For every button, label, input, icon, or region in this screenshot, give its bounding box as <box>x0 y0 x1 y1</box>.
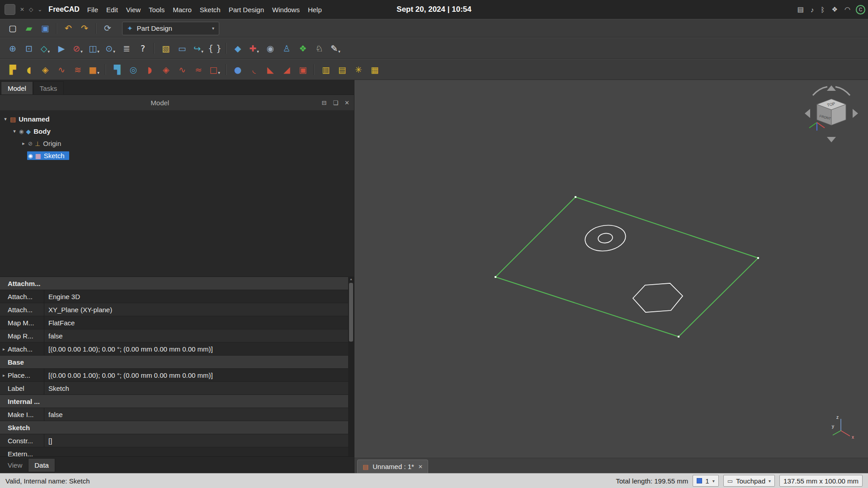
zoom-tools-icon[interactable]: ⊙ ▾ <box>102 41 118 56</box>
linear-pattern-icon[interactable]: ▤ <box>334 62 350 77</box>
menu-item[interactable]: Macro <box>169 6 196 14</box>
tab-tasks[interactable]: Tasks <box>33 81 64 94</box>
property-row[interactable]: Internal ... <box>0 395 348 408</box>
sketch-circle[interactable] <box>584 223 627 253</box>
property-row[interactable]: Attach... XY_Plane (XY-plane) <box>0 303 348 316</box>
sketch-vertices[interactable] <box>495 196 759 338</box>
polar-pattern-icon[interactable]: ✳ <box>350 62 367 77</box>
shape-binder-icon[interactable]: ◉ <box>262 41 278 56</box>
pocket-icon[interactable]: ▜ <box>109 62 125 77</box>
float-icon[interactable]: ❏ <box>333 99 338 106</box>
tab-model[interactable]: Model <box>1 81 33 94</box>
person-icon[interactable]: ♙ <box>278 41 295 56</box>
layer-selector[interactable]: 1 ▾ <box>693 475 718 487</box>
dock-icon[interactable]: ⊟ <box>322 99 327 106</box>
sketch-plane-outline[interactable] <box>495 197 758 337</box>
revolution-icon[interactable]: ◖ <box>21 62 37 77</box>
expander-icon[interactable]: ▾ <box>2 116 9 122</box>
property-value[interactable]: [(0.00 0.00 1.00); 0.00 °; (0.00 mm 0.00… <box>44 369 348 381</box>
nav-right-arrow[interactable] <box>853 109 858 118</box>
mirrored-icon[interactable]: ▥ <box>318 62 334 77</box>
property-row[interactable]: Extern... <box>0 447 348 456</box>
property-value[interactable]: false <box>44 329 348 342</box>
nav-rotate-right-icon[interactable] <box>835 87 850 95</box>
menu-item[interactable]: Part Design <box>225 6 268 14</box>
expander-icon[interactable]: ▸ <box>20 141 27 146</box>
workbench-selector[interactable]: ✦ Part Design ▾ <box>122 22 219 35</box>
nav-left-arrow[interactable] <box>805 109 810 118</box>
property-row[interactable]: Attach... Engine 3D <box>0 290 348 303</box>
nav-up-arrow[interactable] <box>827 85 836 91</box>
thickness-icon[interactable]: ▣ <box>295 62 311 77</box>
additive-loft-icon[interactable]: ◈ <box>37 62 53 77</box>
create-part-icon[interactable]: ▧ <box>158 41 174 56</box>
property-row[interactable]: Attachm... <box>0 277 348 290</box>
create-body-icon[interactable]: ◆ <box>230 41 246 56</box>
tab-view[interactable]: View <box>2 459 28 472</box>
fit-selection-icon[interactable]: ⊡ <box>21 41 37 56</box>
sketch-hexagon[interactable] <box>633 283 683 312</box>
axonometric-view-icon[interactable]: ◇ ▾ <box>37 41 53 56</box>
close-icon[interactable]: ✕ <box>344 99 349 106</box>
document-tab[interactable]: ▤ Unnamed : 1* ✕ <box>357 460 428 473</box>
fillet-icon[interactable]: ◟ <box>246 62 262 77</box>
create-group-icon[interactable]: ▭ <box>174 41 190 56</box>
chamfer-icon[interactable]: ◣ <box>262 62 278 77</box>
tree-item[interactable]: ▸ ⊘ ⊥ Origin <box>0 137 354 150</box>
app-launcher-icon[interactable] <box>5 4 15 15</box>
additive-primitive-icon[interactable]: ■ ▾ <box>86 62 102 77</box>
menu-item[interactable]: Help <box>304 6 326 14</box>
property-value[interactable]: [] <box>44 434 348 447</box>
sync-view-icon[interactable]: ▶ <box>53 41 70 56</box>
menu-item[interactable]: Windows <box>268 6 304 14</box>
wifi-icon[interactable]: ◠ <box>844 5 850 14</box>
fit-all-icon[interactable]: ⊕ <box>5 41 21 56</box>
multitransform-icon[interactable]: ▦ <box>367 62 383 77</box>
property-row[interactable]: Label Sketch <box>0 382 348 395</box>
property-value[interactable]: false <box>44 408 348 421</box>
screw-icon[interactable]: ≣ <box>118 41 135 56</box>
gesture-icon[interactable]: ❖ <box>831 5 837 14</box>
menu-item[interactable]: Sketch <box>196 6 225 14</box>
window-control-icon[interactable]: ✕ <box>20 6 24 13</box>
scroll-up-icon[interactable]: ▴ <box>350 277 352 282</box>
expander-icon[interactable]: ▾ <box>11 128 18 134</box>
menu-item[interactable]: View <box>122 6 145 14</box>
menu-item[interactable]: Edit <box>102 6 122 14</box>
hole-icon[interactable]: ◎ <box>125 62 142 77</box>
volume-icon[interactable]: ♪ <box>811 6 814 14</box>
pad-icon[interactable]: ▛ <box>5 62 21 77</box>
scrollbar[interactable]: ▴ <box>348 277 354 456</box>
redo-icon[interactable]: ↷ <box>76 21 93 36</box>
tree-item[interactable]: ▾ ▤ Unnamed <box>0 113 354 125</box>
property-row[interactable]: ▸ Attach... [(0.00 0.00 1.00); 0.00 °; (… <box>0 343 348 356</box>
property-row[interactable]: Constr... [] <box>0 434 348 447</box>
tab-data[interactable]: Data <box>28 458 55 472</box>
notes-icon[interactable]: ▤ <box>797 5 804 14</box>
property-row[interactable]: ▸ Place... [(0.00 0.00 1.00); 0.00 °; (0… <box>0 369 348 382</box>
subtractive-pipe-icon[interactable]: ∿ <box>174 62 190 77</box>
new-file-icon[interactable]: ▢ <box>5 21 21 36</box>
property-row[interactable]: Sketch <box>0 421 348 434</box>
tree-item[interactable]: ◉ ▦ Sketch <box>0 150 354 162</box>
property-value[interactable]: XY_Plane (XY-plane) <box>44 303 348 316</box>
nav-down-arrow[interactable] <box>827 137 836 142</box>
create-sketch-icon[interactable]: ✎ ▾ <box>327 41 344 56</box>
subtractive-primitive-icon[interactable]: □ ▾ <box>207 62 223 77</box>
create-datum-icon[interactable]: ✚ ▾ <box>246 41 262 56</box>
subtractive-loft-icon[interactable]: ◈ <box>158 62 174 77</box>
window-control-icon[interactable]: ⌄ <box>38 6 42 13</box>
3d-viewport[interactable]: TOP FRONT z y x ▤ Unnamed : 1* ✕ <box>354 80 868 473</box>
property-row[interactable]: Make I... false <box>0 408 348 421</box>
navigation-style-selector[interactable]: ▭ Touchpad ▾ <box>723 475 775 487</box>
std-views-icon[interactable]: ◫ ▾ <box>86 41 102 56</box>
green-shape-icon[interactable]: ❖ <box>295 41 311 56</box>
tree-item[interactable]: ▾ ◉ ◆ Body <box>0 125 354 137</box>
property-value[interactable]: FlatFace <box>44 316 348 329</box>
draft-icon[interactable]: ◢ <box>278 62 295 77</box>
save-icon[interactable]: ▣ <box>37 21 53 36</box>
undo-icon[interactable]: ↶ <box>60 21 76 36</box>
additive-pipe-icon[interactable]: ∿ <box>53 62 70 77</box>
refresh-icon[interactable]: ⟳ <box>99 21 116 36</box>
bluetooth-icon[interactable]: ᛒ <box>821 6 825 14</box>
